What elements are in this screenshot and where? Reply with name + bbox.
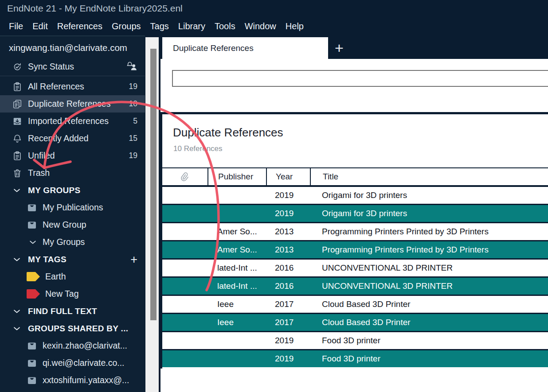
sidebar-item-label: kexin.zhao@clarivat... — [43, 341, 127, 351]
sidebar-scrollbar-thumb[interactable] — [150, 49, 157, 320]
import-download-icon — [12, 116, 22, 126]
panel-reference-count: 10 References — [173, 144, 223, 153]
chevron-down-icon[interactable] — [28, 238, 37, 247]
table-row[interactable]: 2019Origami for 3D printers — [162, 205, 548, 222]
chevron-down-icon[interactable] — [12, 255, 21, 264]
column-year[interactable]: Year — [266, 168, 310, 185]
chevron-down-icon[interactable] — [12, 307, 21, 316]
sidebar-item-label: Imported References — [28, 116, 109, 126]
sidebar-item-duplicate-references[interactable]: Duplicate References 10 — [0, 95, 145, 113]
menu-bar: File Edit References Groups Tags Library… — [0, 17, 548, 35]
sidebar-item-label: Recently Added — [28, 133, 89, 144]
group-inbox-icon — [27, 341, 37, 351]
tag-icon — [27, 272, 40, 281]
main-area: Duplicate References + Duplicate Referen… — [159, 35, 548, 392]
endnote-window: EndNote 21 - My EndNote Library2025.enl … — [0, 0, 548, 392]
references-table: Publisher Year Title 2019Origami for 3D … — [162, 167, 548, 367]
sidebar-item-label: Earth — [45, 272, 66, 282]
sidebar-item-label: qi.wei@clarivate.co... — [43, 358, 125, 368]
table-header: Publisher Year Title — [162, 167, 548, 186]
sidebar-item-count: 5 — [133, 116, 137, 126]
tab-strip: Duplicate References + — [159, 37, 548, 59]
sidebar-item-sync-status[interactable]: Sync Status — [0, 58, 145, 76]
sidebar-item-my-publications[interactable]: My Publications — [0, 199, 145, 216]
sidebar-section-my-groups[interactable]: MY GROUPS — [0, 182, 145, 199]
table-row[interactable]: 2019Food 3D printer — [162, 350, 548, 367]
column-attachment[interactable] — [162, 168, 207, 185]
sidebar-item-unfiled[interactable]: Unfiled 19 — [0, 147, 145, 164]
clipboard-icon — [12, 151, 22, 161]
sidebar: xingwang.tian@clarivate.com Sync Status — [0, 35, 145, 392]
window-title: EndNote 21 - My EndNote Library2025.enl — [0, 0, 548, 17]
sidebar-item-tag-earth[interactable]: Earth — [0, 268, 145, 285]
table-row[interactable]: lated-Int ...2016UNCONVENTIONAL 3D PRINT… — [162, 260, 548, 276]
chevron-down-icon[interactable] — [12, 186, 21, 195]
sidebar-scrollbar-track[interactable] — [145, 37, 159, 392]
sidebar-item-label: My Publications — [43, 202, 103, 213]
sidebar-item-label: xxtoshifumi.yataxx@... — [43, 375, 129, 385]
menu-tools[interactable]: Tools — [213, 20, 237, 33]
column-publisher[interactable]: Publisher — [207, 168, 266, 185]
sidebar-item-new-group[interactable]: New Group — [0, 216, 145, 233]
sidebar-item-shared-xxtoshifumi[interactable]: xxtoshifumi.yataxx@... — [0, 372, 145, 389]
sidebar-item-label: Unfiled — [28, 151, 55, 161]
section-label: MY TAGS — [28, 255, 67, 264]
table-row[interactable]: Amer So...2013Programming Printers Print… — [162, 241, 548, 258]
table-row[interactable]: 2019Origami for 3D printers — [162, 187, 548, 204]
sidebar-item-tag-new-tag[interactable]: New Tag — [0, 285, 145, 303]
menu-edit[interactable]: Edit — [31, 20, 49, 33]
sidebar-item-trash[interactable]: Trash — [0, 164, 145, 182]
column-title[interactable]: Title — [310, 168, 548, 185]
table-row[interactable]: Ieee2017Cloud Based 3D Printer — [162, 314, 548, 331]
group-inbox-icon — [27, 375, 37, 386]
table-row[interactable]: Ieee2017Cloud Based 3D Printer — [162, 296, 548, 313]
section-label: MY GROUPS — [28, 186, 80, 195]
chevron-down-icon[interactable] — [12, 324, 21, 333]
sidebar-item-count: 19 — [129, 82, 137, 91]
sidebar-section-my-tags[interactable]: MY TAGS + — [0, 251, 145, 268]
sidebar-item-label: Sync Status — [28, 62, 74, 72]
tab-duplicate-references[interactable]: Duplicate References — [162, 37, 328, 59]
sidebar-section-find-full-text[interactable]: FIND FULL TEXT — [0, 303, 145, 320]
sidebar-item-shared-qiwei[interactable]: qi.wei@clarivate.co... — [0, 354, 145, 372]
group-inbox-icon — [27, 220, 37, 230]
sidebar-item-partial[interactable] — [0, 389, 145, 392]
menu-help[interactable]: Help — [284, 20, 305, 33]
sidebar-item-label: My Groups — [43, 237, 85, 247]
sidebar-item-label: New Group — [43, 220, 86, 230]
table-row[interactable]: 2019Food 3D printer — [162, 332, 548, 349]
sidebar-section-groups-shared[interactable]: GROUPS SHARED BY ... — [0, 320, 145, 337]
tag-icon — [27, 289, 40, 299]
sidebar-item-shared-kexin[interactable]: kexin.zhao@clarivat... — [0, 337, 145, 354]
paperclip-icon — [179, 171, 190, 182]
panel-title: Duplicate References — [173, 126, 283, 140]
group-inbox-icon — [27, 358, 37, 369]
menu-file[interactable]: File — [7, 20, 25, 33]
table-row[interactable]: Amer So...2013Programming Printers Print… — [162, 223, 548, 240]
menu-groups[interactable]: Groups — [110, 20, 143, 33]
sidebar-item-count: 15 — [129, 134, 137, 143]
tab-label: Duplicate References — [173, 43, 254, 53]
menu-tags[interactable]: Tags — [149, 20, 171, 33]
sidebar-item-label: All References — [28, 82, 84, 92]
clipboard-icon — [12, 82, 22, 92]
sidebar-item-all-references[interactable]: All References 19 — [0, 78, 145, 95]
sidebar-item-recently-added[interactable]: Recently Added 15 — [0, 130, 145, 147]
menu-window[interactable]: Window — [243, 20, 278, 33]
group-inbox-icon — [27, 202, 37, 213]
main-content: Duplicate References 10 References Publi… — [160, 59, 548, 392]
table-body: 2019Origami for 3D printers 2019Origami … — [162, 186, 548, 367]
sidebar-item-imported-references[interactable]: Imported References 5 — [0, 113, 145, 130]
add-tab-plus-icon[interactable]: + — [333, 38, 346, 58]
account-email: xingwang.tian@clarivate.com — [0, 36, 145, 58]
menu-library[interactable]: Library — [176, 20, 207, 33]
bell-person-icon[interactable] — [125, 61, 137, 73]
trash-icon — [12, 168, 22, 178]
menu-references[interactable]: References — [55, 20, 104, 33]
add-tag-plus-icon[interactable]: + — [130, 255, 137, 264]
duplicate-copy-icon — [12, 99, 22, 109]
table-row[interactable]: lated-Int ...2016UNCONVENTIONAL 3D PRINT… — [162, 278, 548, 295]
search-input[interactable] — [172, 70, 548, 87]
sidebar-item-my-groups-subfolder[interactable]: My Groups — [0, 233, 145, 251]
section-label: GROUPS SHARED BY ... — [28, 324, 128, 334]
